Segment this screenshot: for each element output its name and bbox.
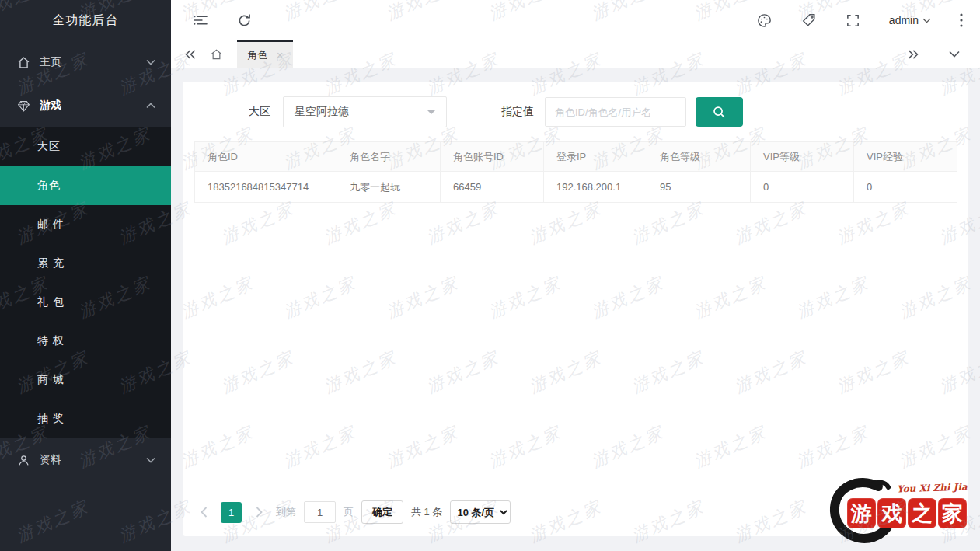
- sidebar-item-home[interactable]: 主页: [0, 40, 171, 84]
- sidebar-item-label: 资料: [40, 453, 146, 467]
- prev-page-icon[interactable]: [194, 502, 213, 522]
- tag-icon[interactable]: [801, 12, 817, 28]
- sidebar-item-choujiang[interactable]: 抽 奖: [0, 399, 171, 438]
- cell-vip-level: 0: [751, 172, 854, 203]
- search-value-input[interactable]: [545, 97, 686, 127]
- goto-page-input[interactable]: [304, 501, 336, 523]
- game-submenu: 大区 角色 邮 件 累 充 礼 包 特 权 商 城 抽 奖: [0, 127, 171, 438]
- more-menu-icon[interactable]: [960, 13, 963, 27]
- sidebar: 全功能后台 主页 游戏 大区 角色 邮 件 累 充 礼 包 特 权 商 城 抽 …: [0, 0, 171, 551]
- next-page-icon[interactable]: [249, 502, 268, 522]
- page-number-active[interactable]: 1: [221, 502, 242, 523]
- tabs-menu-chevron-icon[interactable]: [944, 51, 964, 58]
- pagination: 1 到第 页 确定 共 1 条 10 条/页: [194, 500, 511, 524]
- table-header-row: 角色ID 角色名字 角色账号ID 登录IP 角色等级 VIP等级 VIP经验: [195, 142, 957, 172]
- tab-label: 角色: [247, 48, 267, 62]
- content-card: 大区 星空阿拉德 指定值 角色ID 角色名字 角色账号ID: [183, 82, 968, 536]
- filter-row: 大区 星空阿拉德 指定值: [194, 82, 968, 127]
- goto-label: 到第: [276, 505, 296, 519]
- sidebar-item-daqu[interactable]: 大区: [0, 127, 171, 166]
- sidebar-item-shangcheng[interactable]: 商 城: [0, 361, 171, 399]
- col-account-id: 角色账号ID: [441, 142, 544, 172]
- game-gem-icon: [17, 99, 31, 113]
- collapse-sidebar-icon[interactable]: [193, 14, 208, 26]
- chevron-down-icon: [146, 457, 155, 463]
- search-button[interactable]: [696, 97, 743, 127]
- value-label: 指定值: [501, 105, 534, 119]
- fullscreen-icon[interactable]: [846, 13, 860, 28]
- sidebar-item-leichong[interactable]: 累 充: [0, 244, 171, 283]
- roles-table: 角色ID 角色名字 角色账号ID 登录IP 角色等级 VIP等级 VIP经验 1…: [194, 141, 957, 203]
- username: admin: [889, 14, 919, 26]
- sidebar-item-label: 游戏: [40, 99, 146, 113]
- region-select-value: 星空阿拉德: [295, 105, 349, 119]
- user-icon: [17, 454, 31, 467]
- col-role-id: 角色ID: [195, 142, 337, 172]
- total-count: 共 1 条: [411, 505, 442, 519]
- tab-juese[interactable]: 角色 ×: [237, 40, 293, 68]
- table-wrap: 角色ID 角色名字 角色账号ID 登录IP 角色等级 VIP等级 VIP经验 1…: [194, 141, 957, 203]
- search-icon: [712, 105, 727, 120]
- home-icon: [17, 56, 31, 69]
- user-menu[interactable]: admin: [889, 14, 931, 26]
- chevron-down-icon: [922, 18, 931, 23]
- main-area: 大区 星空阿拉德 指定值 角色ID 角色名字 角色账号ID: [171, 68, 980, 551]
- sidebar-item-label: 主页: [40, 55, 146, 69]
- cell-vip-exp: 0: [854, 172, 957, 203]
- sidebar-item-libao[interactable]: 礼 包: [0, 283, 171, 322]
- tab-bar: 角色 ×: [171, 40, 980, 68]
- chevron-up-icon: [146, 103, 155, 109]
- cell-login-ip: 192.168.200.1: [544, 172, 647, 203]
- table-row: 183521684815347714 九零一起玩 66459 192.168.2…: [195, 172, 957, 203]
- chevron-down-icon: [146, 59, 155, 65]
- app-title: 全功能后台: [0, 0, 171, 40]
- col-vip-exp: VIP经验: [854, 142, 957, 172]
- region-select[interactable]: 星空阿拉德: [283, 96, 447, 127]
- cell-role-name: 九零一起玩: [337, 172, 441, 203]
- sidebar-item-game[interactable]: 游戏: [0, 84, 171, 127]
- cell-account-id: 66459: [441, 172, 544, 203]
- top-header: admin: [171, 0, 980, 40]
- confirm-button[interactable]: 确定: [361, 500, 403, 524]
- tabs-scroll-left-icon[interactable]: [180, 49, 201, 60]
- cell-role-level: 95: [647, 172, 751, 203]
- col-role-name: 角色名字: [337, 142, 441, 172]
- theme-palette-icon[interactable]: [756, 12, 772, 29]
- col-vip-level: VIP等级: [751, 142, 854, 172]
- page-unit-label: 页: [344, 505, 354, 519]
- sidebar-item-youjian[interactable]: 邮 件: [0, 205, 171, 244]
- dropdown-caret-icon: [427, 110, 435, 118]
- sidebar-item-tequan[interactable]: 特 权: [0, 322, 171, 361]
- sidebar-item-profile[interactable]: 资料: [0, 438, 171, 482]
- per-page-select[interactable]: 10 条/页: [450, 500, 511, 524]
- sidebar-item-juese[interactable]: 角色: [0, 166, 171, 205]
- region-label: 大区: [249, 105, 270, 119]
- tab-close-icon[interactable]: ×: [277, 50, 283, 61]
- refresh-icon[interactable]: [237, 13, 252, 28]
- cell-role-id: 183521684815347714: [195, 172, 337, 203]
- tabs-scroll-right-icon[interactable]: [902, 49, 922, 60]
- col-role-level: 角色等级: [647, 142, 751, 172]
- tab-home-icon[interactable]: [210, 48, 223, 61]
- col-login-ip: 登录IP: [544, 142, 647, 172]
